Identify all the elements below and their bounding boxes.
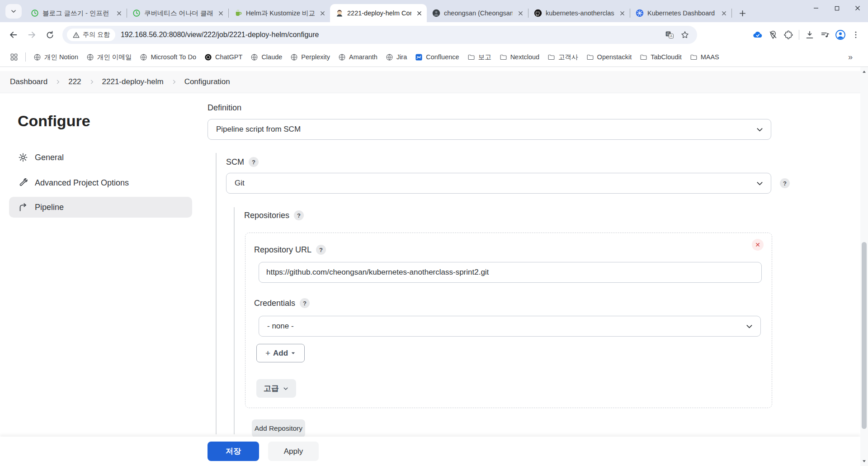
- save-button[interactable]: 저장: [208, 442, 259, 461]
- bookmark-folder-tabcloudit[interactable]: TabCloudit: [636, 50, 686, 64]
- close-window-button[interactable]: [847, 0, 868, 16]
- advanced-button[interactable]: 고급: [256, 379, 296, 398]
- tab-k8s-anotherclass[interactable]: 쿠버네티스 어나더 클래스: [127, 4, 228, 22]
- tab-close-icon[interactable]: [115, 9, 123, 17]
- address-bar[interactable]: 주의 요함 192.168.56.20:8080/view/222/job/22…: [62, 26, 697, 44]
- bookmark-email[interactable]: 개인 이메일: [82, 50, 136, 64]
- playlist-music-icon: [820, 30, 830, 40]
- credentials-select[interactable]: - none -: [259, 316, 761, 337]
- tab-cheongsan-github[interactable]: cheongsan (Cheongsan): [427, 4, 528, 22]
- pipeline-icon: [18, 202, 28, 212]
- scm-help-button[interactable]: ?: [249, 157, 259, 167]
- tab-close-icon[interactable]: [318, 9, 326, 17]
- location-blocked-button[interactable]: [765, 27, 781, 43]
- scm-side-help-button[interactable]: ?: [780, 178, 790, 188]
- minimize-button[interactable]: [806, 0, 826, 16]
- bookmark-notion[interactable]: 개인 Notion: [29, 50, 82, 64]
- bookmark-chatgpt[interactable]: ChatGPT: [200, 50, 246, 64]
- delete-repository-button[interactable]: ✕: [752, 239, 764, 251]
- bookmark-claude[interactable]: Claude: [246, 50, 286, 64]
- forward-button[interactable]: [23, 26, 41, 44]
- kubernetes-icon: [636, 9, 644, 17]
- tab-blog[interactable]: 블로그 글쓰기 - 인프런: [25, 4, 127, 22]
- bookmark-ms-todo[interactable]: Microsoft To Do: [136, 50, 200, 64]
- downloads-button[interactable]: [802, 27, 817, 43]
- credentials-help-button[interactable]: ?: [300, 298, 310, 308]
- sidebar-item-pipeline[interactable]: Pipeline: [9, 197, 192, 218]
- tab-close-icon[interactable]: [720, 9, 728, 17]
- scroll-up-arrow-icon[interactable]: [860, 68, 868, 76]
- site-security-chip[interactable]: 주의 요함: [67, 29, 115, 41]
- add-repository-button[interactable]: Add Repository: [252, 419, 305, 437]
- profile-button[interactable]: [833, 27, 848, 43]
- folder-icon: [467, 53, 475, 61]
- chevron-right-icon: [55, 79, 61, 85]
- tab-close-icon[interactable]: [217, 9, 225, 17]
- bookmark-folder-bogo[interactable]: 보고: [463, 50, 495, 64]
- breadcrumb-222[interactable]: 222: [68, 77, 81, 86]
- definition-label: Definition: [208, 103, 241, 113]
- scm-section-indent-line: [216, 153, 217, 434]
- chatgpt-icon: [204, 53, 212, 61]
- tab-close-icon[interactable]: [516, 9, 524, 17]
- tab-title: 쿠버네티스 어나더 클래스: [144, 9, 213, 18]
- translate-button[interactable]: GA: [662, 27, 677, 43]
- tab-k8s-dashboard[interactable]: Kubernetes Dashboard: [630, 4, 731, 22]
- bookmark-label: 고객사: [558, 53, 578, 62]
- bookmark-folder-gogaeksa[interactable]: 고객사: [543, 50, 582, 64]
- scrollbar-thumb[interactable]: [862, 242, 867, 429]
- tab-helm-kustomize[interactable]: Helm과 Kustomize 비교: [229, 4, 330, 22]
- bookmarks-overflow-button[interactable]: »: [848, 52, 853, 62]
- breadcrumb-job[interactable]: 2221-deploy-helm: [102, 77, 164, 86]
- bookmark-folder-openstackit[interactable]: Openstackit: [582, 50, 636, 64]
- back-button[interactable]: [5, 26, 23, 44]
- repository-url-help-button[interactable]: ?: [316, 245, 326, 255]
- url-text[interactable]: 192.168.56.20:8080/view/222/job/2221-dep…: [121, 31, 662, 39]
- tab-github-repo[interactable]: kubernetes-anotherclass: [528, 4, 630, 22]
- page-scrollbar[interactable]: [860, 67, 868, 466]
- bookmark-confluence[interactable]: Confluence: [411, 50, 463, 64]
- tab-search-button[interactable]: [5, 4, 22, 19]
- browser-menu-button[interactable]: [848, 27, 863, 43]
- bookmark-folder-maas[interactable]: MAAS: [686, 50, 723, 64]
- folder-icon: [586, 53, 594, 61]
- sidebar-item-advanced-project-options[interactable]: Advanced Project Options: [9, 172, 192, 193]
- media-controls-button[interactable]: [817, 27, 833, 43]
- definition-select[interactable]: Pipeline script from SCM: [208, 119, 771, 140]
- clock-green-icon: [132, 9, 141, 17]
- extensions-button[interactable]: [781, 27, 796, 43]
- credentials-label: Credentials ?: [254, 298, 310, 308]
- add-credentials-button[interactable]: + Add: [256, 344, 305, 362]
- bookmark-jira[interactable]: Jira: [382, 50, 411, 64]
- three-dot-menu-icon: [851, 30, 860, 39]
- sidebar-item-general[interactable]: General: [9, 147, 192, 168]
- globe-icon: [33, 53, 41, 61]
- chevron-down-icon: [755, 179, 764, 188]
- apps-grid-button[interactable]: [6, 49, 22, 65]
- sync-cloud-button[interactable]: [750, 27, 765, 43]
- apply-button[interactable]: Apply: [268, 442, 319, 461]
- repositories-help-button[interactable]: ?: [294, 210, 304, 220]
- scroll-down-arrow-icon[interactable]: [860, 457, 868, 465]
- repository-url-input[interactable]: [259, 262, 762, 283]
- forward-arrow-icon: [27, 30, 37, 40]
- maximize-button[interactable]: [826, 0, 847, 16]
- bookmark-star-button[interactable]: [677, 27, 693, 43]
- star-icon: [680, 30, 689, 39]
- tab-jenkins-configure[interactable]: 2221-deploy-helm Config: [330, 4, 427, 22]
- bookmark-folder-nextcloud[interactable]: Nextcloud: [495, 50, 543, 64]
- tab-close-icon[interactable]: [415, 9, 423, 17]
- security-chip-label: 주의 요함: [83, 31, 110, 39]
- caret-down-icon: [291, 351, 296, 356]
- breadcrumb-dashboard[interactable]: Dashboard: [10, 77, 47, 86]
- bookmark-perplexity[interactable]: Perplexity: [286, 50, 334, 64]
- scm-select[interactable]: Git: [226, 173, 771, 194]
- window-controls: [806, 0, 868, 16]
- reload-button[interactable]: [41, 26, 59, 44]
- tab-close-icon[interactable]: [618, 9, 626, 17]
- globe-icon: [250, 53, 258, 61]
- new-tab-button[interactable]: [736, 6, 749, 20]
- bookmark-amaranth[interactable]: Amaranth: [334, 50, 382, 64]
- folder-icon: [547, 53, 555, 61]
- page-title: Configure: [18, 112, 90, 130]
